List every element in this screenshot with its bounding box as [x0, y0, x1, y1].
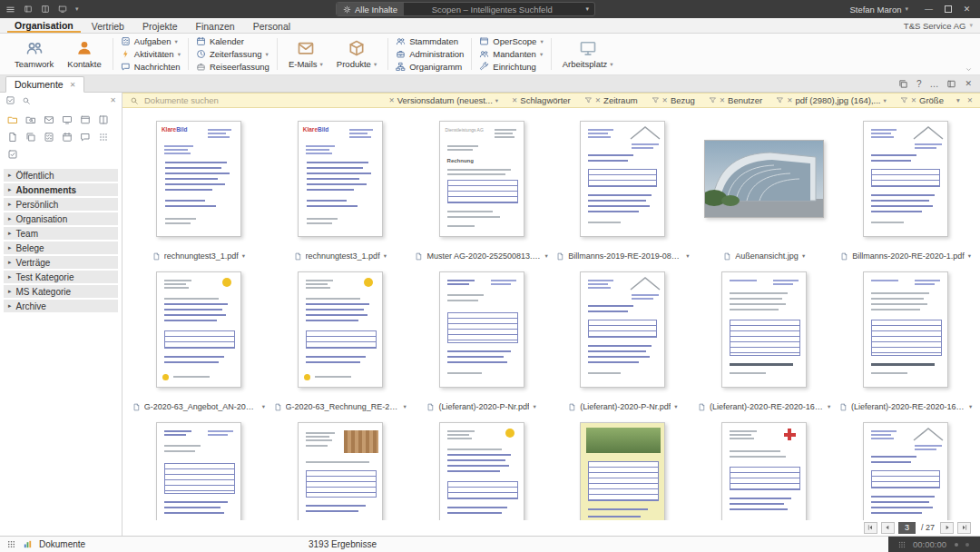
expand-chevron-icon[interactable]: ▸ — [8, 259, 12, 266]
document-name[interactable]: rechnungtest3_1.pdf — [306, 251, 380, 261]
next-page-button[interactable] — [940, 522, 954, 534]
filter-chip-pdf-2980-jpg-164-[interactable]: ✕pdf (2980),jpg (164),...▾ — [776, 95, 887, 105]
company-selector[interactable]: T&S Service AG ▾ — [904, 21, 973, 31]
sidebar-tool-book-icon[interactable] — [96, 113, 111, 126]
ribbon-collapse-icon[interactable] — [965, 65, 973, 74]
remove-filter-icon[interactable]: ✕ — [388, 96, 394, 104]
expand-chevron-icon[interactable]: ▸ — [8, 273, 12, 281]
filter-chip-versionsdatum-neuest-[interactable]: ✕Versionsdatum (neuest...▾ — [388, 95, 498, 105]
ribbon-button-administration[interactable]: Administration — [394, 48, 466, 60]
sidebar-close-icon[interactable]: ✕ — [110, 96, 116, 104]
tree-item-verträge[interactable]: ▸Verträge — [4, 256, 118, 269]
global-search-field[interactable]: Alle Inhalte Scopen – Intelligentes Such… — [336, 2, 595, 16]
document-thumbnail[interactable] — [863, 121, 948, 237]
document-menu-icon[interactable]: ▾ — [686, 252, 689, 260]
filter-caret-icon[interactable]: ▾ — [883, 97, 886, 104]
filter-chip-schlagwörter[interactable]: ✕Schlagwörter — [512, 95, 571, 105]
sidebar-tool-calendar-icon[interactable] — [60, 130, 74, 143]
ribbon-button-organigramm[interactable]: Organigramm — [394, 61, 466, 73]
document-menu-icon[interactable]: ▾ — [802, 252, 805, 260]
ribbon-button-nachrichten[interactable]: Nachrichten — [119, 61, 182, 73]
remove-filter-icon[interactable]: ✕ — [662, 96, 668, 104]
menu-tab-vertrieb[interactable]: Vertrieb — [84, 18, 132, 33]
tree-item-persönlich[interactable]: ▸Persönlich — [4, 198, 118, 211]
ribbon-button-zeiterfassung[interactable]: Zeiterfassung▾ — [194, 48, 271, 60]
document-menu-icon[interactable]: ▾ — [242, 252, 245, 260]
document-thumbnail[interactable]: Dienstleistungs AGRechnung — [439, 121, 524, 237]
tab-close-icon[interactable]: ✕ — [70, 81, 76, 89]
document-thumbnail[interactable] — [580, 422, 665, 520]
filter-chip-benutzer[interactable]: ✕Benutzer — [709, 95, 762, 105]
last-page-button[interactable] — [957, 522, 971, 534]
document-menu-icon[interactable]: ▾ — [533, 403, 535, 410]
sidebar-tool-chat-icon[interactable] — [78, 130, 93, 143]
ribbon-button-mandanten[interactable]: Mandanten▾ — [477, 48, 544, 60]
filter-chip-zeitraum[interactable]: ✕Zeitraum — [584, 95, 638, 105]
help-icon[interactable]: ? — [916, 79, 922, 89]
document-name[interactable]: Außenansicht.jpg — [735, 251, 799, 261]
document-thumbnail[interactable] — [721, 271, 807, 388]
document-name[interactable]: (Lieferant)-2020-RE-2020-16.pdf — [710, 402, 824, 411]
chart-view-icon[interactable] — [23, 539, 33, 549]
document-thumbnail[interactable] — [580, 271, 665, 388]
screen-icon[interactable] — [58, 5, 67, 14]
current-page-input[interactable]: 3 — [898, 522, 916, 534]
dropdown-caret-icon[interactable]: ▾ — [540, 38, 543, 45]
expand-chevron-icon[interactable]: ▸ — [8, 302, 12, 310]
document-thumbnail[interactable]: KlareBild — [298, 121, 383, 237]
ribbon-button-stammdaten[interactable]: Stammdaten — [394, 35, 466, 47]
sidebar-tool-tasks-icon[interactable] — [42, 130, 56, 143]
user-menu[interactable]: Stefan Maron ▾ — [849, 5, 917, 15]
expand-chevron-icon[interactable]: ▸ — [8, 172, 12, 179]
app-menu-icon[interactable] — [5, 5, 15, 15]
tree-item-ms-kategorie[interactable]: ▸MS Kategorie — [4, 285, 118, 298]
remove-filter-icon[interactable]: ✕ — [512, 96, 517, 104]
expand-chevron-icon[interactable]: ▸ — [8, 288, 12, 295]
remove-filter-icon[interactable]: ✕ — [720, 96, 725, 104]
dropdown-caret-icon[interactable]: ▾ — [174, 38, 177, 45]
dropdown-caret-icon[interactable]: ▾ — [265, 51, 268, 58]
document-menu-icon[interactable]: ▾ — [262, 403, 265, 410]
ribbon-button-produkte[interactable]: Produkte ▾ — [331, 38, 382, 70]
document-name[interactable]: Billmanns-2019-RE-2019-0815.pdf — [568, 251, 682, 261]
sidebar-tool-mail-icon[interactable] — [42, 113, 56, 126]
remove-filter-icon[interactable]: ✕ — [595, 96, 601, 104]
ribbon-button-kontakte[interactable]: Kontakte — [62, 38, 107, 70]
dropdown-caret-icon[interactable]: ▾ — [374, 61, 377, 68]
sidebar-search-icon[interactable] — [22, 96, 31, 105]
sidebar-tool-screen-icon[interactable] — [60, 113, 74, 126]
prev-page-button[interactable] — [881, 522, 895, 534]
ribbon-button-kalender[interactable]: Kalender — [194, 35, 271, 47]
expand-chevron-icon[interactable]: ▸ — [8, 244, 12, 251]
ribbon-button-operscope[interactable]: OperScope▾ — [477, 35, 544, 47]
expand-chevron-icon[interactable]: ▸ — [8, 230, 12, 237]
tree-item-abonnements[interactable]: ▸Abonnements — [4, 183, 118, 196]
minimize-button[interactable]: — — [921, 2, 936, 16]
tree-item-team[interactable]: ▸Team — [4, 227, 118, 240]
document-menu-icon[interactable]: ▾ — [828, 403, 830, 410]
search-scope-dropdown[interactable]: Alle Inhalte — [337, 3, 404, 15]
document-thumbnail[interactable] — [298, 271, 383, 388]
maximize-button[interactable] — [940, 2, 956, 16]
sidebar-tool-folder-icon[interactable] — [5, 113, 20, 126]
menu-tab-projekte[interactable]: Projekte — [135, 18, 185, 33]
dropdown-caret-icon[interactable]: ▾ — [610, 61, 612, 68]
filterbar-close-icon[interactable]: ✕ — [967, 96, 973, 104]
document-name[interactable]: Muster AG-2020-252500813.pdf — [426, 251, 541, 261]
more-options-icon[interactable]: … — [929, 79, 938, 89]
document-name[interactable]: G-2020-63_Angebot_AN-2020-14... — [144, 402, 259, 411]
tab-dokumente[interactable]: Dokumente ✕ — [5, 76, 84, 93]
document-menu-icon[interactable]: ▾ — [404, 403, 407, 410]
filter-chip-größe[interactable]: ✕Größe — [900, 95, 944, 105]
sidebar-tool-foldersearch-icon[interactable] — [24, 113, 38, 126]
menu-tab-organisation[interactable]: Organisation — [7, 18, 81, 33]
ribbon-button-aktivitäten[interactable]: Aktivitäten▾ — [119, 48, 182, 60]
filter-chip-bezug[interactable]: ✕Bezug — [652, 95, 695, 105]
view-grid-icon[interactable] — [6, 539, 16, 549]
document-menu-icon[interactable]: ▾ — [544, 252, 547, 260]
document-thumbnail[interactable] — [439, 271, 524, 388]
expand-chevron-icon[interactable]: ▸ — [8, 215, 12, 222]
search-caret-icon[interactable]: ▾ — [580, 5, 594, 13]
panel-icon[interactable] — [24, 5, 33, 14]
document-name[interactable]: (Lieferant)-2020-P-Nr.pdf — [580, 402, 671, 411]
